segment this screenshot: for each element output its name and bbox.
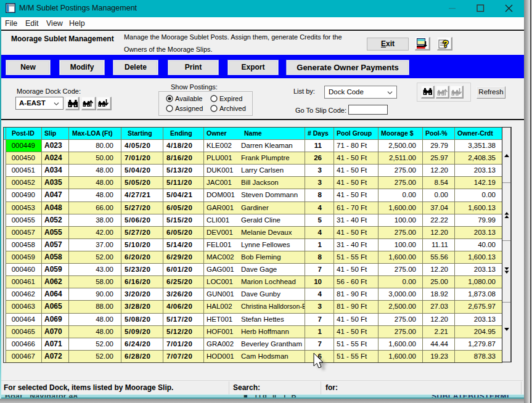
svg-text:?: ? <box>443 38 449 49</box>
